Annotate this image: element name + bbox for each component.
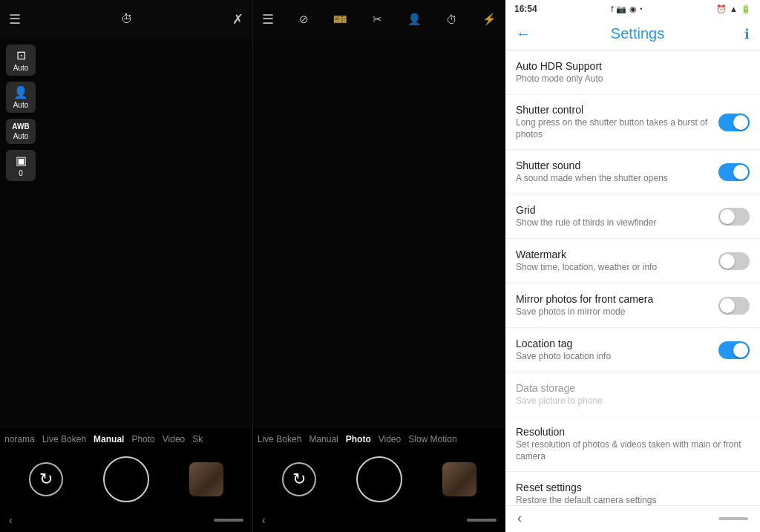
settings-item-location-tag[interactable]: Location tagSave photo location info xyxy=(505,328,760,372)
right-flash-icon[interactable]: ⚡ xyxy=(482,13,497,26)
right-mode-photo[interactable]: Photo xyxy=(346,434,371,444)
back-button[interactable]: ← xyxy=(516,25,531,42)
mode-panorama[interactable]: norama xyxy=(4,434,35,444)
item-sub-shutter-sound: A sound made when the shutter opens xyxy=(516,173,718,185)
item-title-watermark: Watermark xyxy=(516,249,718,260)
gallery-button[interactable] xyxy=(189,462,223,496)
status-social-icons: f 📷 ◉ • xyxy=(611,4,642,14)
right-mode-bar: Live Bokeh Manual Photo Video Slow Motio… xyxy=(253,428,505,450)
shutter-button[interactable] xyxy=(103,456,149,502)
exposure-label: 0 xyxy=(19,169,23,177)
settings-item-data-storage: Data storageSave picture to phone xyxy=(505,372,760,417)
info-button[interactable]: ℹ xyxy=(744,26,750,42)
settings-title: Settings xyxy=(611,25,664,42)
status-time: 16:54 xyxy=(514,4,537,14)
right-timer-icon[interactable]: ⏱ xyxy=(446,13,457,26)
item-title-data-storage: Data storage xyxy=(516,382,750,394)
item-sub-resolution: Set resolution of photos & videos taken … xyxy=(516,439,750,462)
dot-icon: • xyxy=(640,5,642,13)
settings-list: Auto HDR SupportPhoto mode only AutoShut… xyxy=(505,50,760,505)
settings-item-reset-settings: Reset settingsRestore the default camera… xyxy=(505,472,760,505)
right-rotate-button[interactable]: ↻ xyxy=(282,462,316,496)
mode-manual[interactable]: Manual xyxy=(94,434,124,444)
signal-icon: ◉ xyxy=(629,4,637,14)
rotate-icon: ↻ xyxy=(39,470,53,489)
toggle-thumb-shutter-control xyxy=(733,115,748,130)
timer-off-icon[interactable]: ⏱̶ xyxy=(121,13,133,26)
item-sub-mirror-photos: Save photos in mirror mode xyxy=(516,306,718,318)
right-sticker-icon[interactable]: 🎫 xyxy=(333,13,347,26)
settings-item-watermark[interactable]: WatermarkShow time, location, weather or… xyxy=(505,239,760,283)
right-portrait-icon[interactable]: 👤 xyxy=(407,13,422,26)
right-hamburger-icon[interactable]: ☰ xyxy=(262,11,274,27)
gallery-thumbnail xyxy=(189,462,223,496)
right-mode-video[interactable]: Video xyxy=(379,434,401,444)
settings-item-shutter-sound[interactable]: Shutter soundA sound made when the shutt… xyxy=(505,150,760,194)
item-title-auto-hdr: Auto HDR Support xyxy=(516,60,750,72)
right-shutter-button[interactable] xyxy=(356,456,402,502)
rotate-camera-button[interactable]: ↻ xyxy=(29,462,63,496)
mode-photo[interactable]: Photo xyxy=(131,434,154,444)
settings-item-auto-hdr: Auto HDR SupportPhoto mode only Auto xyxy=(505,50,760,95)
settings-item-shutter-control[interactable]: Shutter controlLong press on the shutter… xyxy=(505,95,760,150)
toggle-grid[interactable] xyxy=(718,208,750,226)
left-toolbar: ☰ ⏱̶ ✗ xyxy=(0,0,252,39)
facebook-icon: f xyxy=(611,4,613,13)
right-mode-manual[interactable]: Manual xyxy=(309,434,338,444)
back-nav-icon[interactable]: ‹ xyxy=(9,514,13,526)
right-toolbar: ☰ ⊘ 🎫 ✂ 👤 ⏱ ⚡ xyxy=(253,0,505,39)
mode-sk[interactable]: Sk xyxy=(192,434,203,444)
status-bar: 16:54 f 📷 ◉ • ⏰ ▲ 🔋 xyxy=(505,0,760,18)
right-viewfinder[interactable] xyxy=(253,39,505,428)
settings-item-resolution: ResolutionSet resolution of photos & vid… xyxy=(505,417,760,472)
settings-back-nav-icon[interactable]: ‹ xyxy=(517,510,522,526)
hamburger-icon[interactable]: ☰ xyxy=(9,11,21,27)
right-gallery-button[interactable] xyxy=(442,462,476,496)
lens-icon: ⊡ xyxy=(16,48,26,62)
toggle-watermark[interactable] xyxy=(718,252,750,270)
right-scissors-icon[interactable]: ✂ xyxy=(373,13,382,26)
settings-nav-bar: ‹ xyxy=(505,505,760,532)
flash-off-icon[interactable]: ✗ xyxy=(232,11,243,27)
right-mode-slow-motion[interactable]: Slow Motion xyxy=(408,434,456,444)
toggle-shutter-sound[interactable] xyxy=(718,163,750,181)
toggle-thumb-mirror-photos xyxy=(720,298,735,313)
nav-pill xyxy=(214,519,243,522)
alarm-icon: ⏰ xyxy=(716,4,727,14)
wb-control[interactable]: AWB Auto xyxy=(6,119,36,144)
right-back-nav-icon[interactable]: ‹ xyxy=(262,514,266,526)
item-sub-data-storage: Save picture to phone xyxy=(516,395,750,407)
right-gallery-thumbnail xyxy=(442,462,476,496)
right-lens-icon[interactable]: ⊘ xyxy=(299,13,309,26)
item-sub-reset-settings: Restore the default camera settings xyxy=(516,495,750,505)
mode-video[interactable]: Video xyxy=(163,434,185,444)
item-sub-location-tag: Save photo location info xyxy=(516,351,718,363)
left-side-controls: ⊡ Auto 👤 Auto AWB Auto ▣ 0 xyxy=(6,45,36,181)
left-mode-bar: norama Live Bokeh Manual Photo Video Sk xyxy=(0,428,252,450)
item-title-location-tag: Location tag xyxy=(516,338,718,349)
wb-label: Auto xyxy=(13,132,29,140)
exposure-icon: ▣ xyxy=(16,154,27,168)
toggle-shutter-control[interactable] xyxy=(718,114,750,131)
portrait-icon: 👤 xyxy=(13,85,28,99)
wb-icon: AWB xyxy=(12,122,29,131)
right-mode-live-bokeh[interactable]: Live Bokeh xyxy=(258,434,301,444)
instagram-icon: 📷 xyxy=(616,4,626,14)
left-viewfinder[interactable] xyxy=(0,39,252,428)
toggle-location-tag[interactable] xyxy=(718,341,750,359)
lens-control[interactable]: ⊡ Auto xyxy=(6,45,36,76)
portrait-control[interactable]: 👤 Auto xyxy=(6,82,36,113)
item-title-mirror-photos: Mirror photos for front camera xyxy=(516,293,718,305)
right-camera-panel: ☰ ⊘ 🎫 ✂ 👤 ⏱ ⚡ Live Bokeh Manual Photo Vi… xyxy=(252,0,505,532)
exposure-control[interactable]: ▣ 0 xyxy=(6,150,36,181)
toggle-thumb-grid xyxy=(720,209,735,224)
status-right-icons: ⏰ ▲ 🔋 xyxy=(716,4,751,14)
item-title-reset-settings: Reset settings xyxy=(516,482,750,493)
toggle-mirror-photos[interactable] xyxy=(718,297,750,315)
settings-item-grid[interactable]: GridShow the rule of thirds in viewfinde… xyxy=(505,194,760,239)
mode-live-bokeh[interactable]: Live Bokeh xyxy=(42,434,86,444)
settings-item-mirror-photos[interactable]: Mirror photos for front cameraSave photo… xyxy=(505,283,760,328)
item-title-grid: Grid xyxy=(516,204,718,216)
right-nav-pill xyxy=(467,519,497,522)
item-sub-grid: Show the rule of thirds in viewfinder xyxy=(516,217,718,229)
